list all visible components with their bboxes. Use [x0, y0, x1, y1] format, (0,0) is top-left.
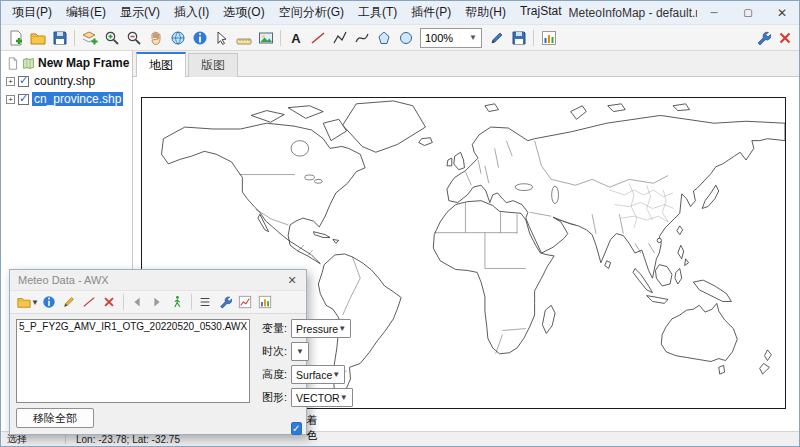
draw-polyline-icon[interactable] — [329, 27, 350, 48]
add-layer-icon[interactable] — [79, 27, 100, 48]
edit-pencil-icon[interactable] — [486, 27, 507, 48]
menu-item-tools[interactable]: 工具(T) — [351, 1, 404, 24]
colored-checkbox[interactable]: ✓ — [291, 422, 301, 435]
settings-wrench-icon[interactable] — [216, 293, 235, 312]
draw-line-red-icon[interactable] — [80, 293, 99, 312]
dialog-toolbar: ▼ — [10, 290, 306, 314]
data-file-listbox[interactable]: 5_P_FY2G_AMV_IR1_OTG_20220520_0530.AWX — [16, 319, 250, 403]
layer-label-cn-province[interactable]: cn_province.shp — [32, 92, 123, 106]
data-file-item[interactable]: 5_P_FY2G_AMV_IR1_OTG_20220520_0530.AWX — [19, 321, 247, 332]
time-field-row: 时次: ▼ — [257, 342, 300, 361]
select-icon[interactable] — [211, 27, 232, 48]
clear-data-icon[interactable] — [100, 293, 119, 312]
dialog-close-icon[interactable]: ✕ — [282, 274, 302, 287]
variable-value: Pressure — [296, 323, 338, 335]
menu-item-edit[interactable]: 编辑(E) — [59, 1, 113, 24]
draw-curve-icon[interactable] — [351, 27, 372, 48]
menu-item-insert[interactable]: 插入(I) — [167, 1, 216, 24]
graph-label: 图形: — [257, 390, 287, 405]
expander-icon[interactable]: + — [6, 95, 15, 104]
toolbar-separator — [123, 294, 124, 310]
colored-checkbox-label: 着色 — [307, 413, 318, 443]
toolbar-separator — [74, 30, 75, 46]
chevron-down-icon: ▼ — [332, 370, 340, 379]
chevron-down-icon[interactable]: ▼ — [31, 298, 39, 307]
toolbar-separator — [533, 30, 534, 46]
menu-item-project[interactable]: 项目(P) — [5, 1, 59, 24]
tab-layout[interactable]: 版图 — [188, 53, 238, 77]
menu-item-spatial-analysis[interactable]: 空间分析(G) — [272, 1, 351, 24]
label-text-icon[interactable] — [285, 27, 306, 48]
time-label: 时次: — [257, 344, 287, 359]
time-combobox[interactable]: ▼ — [291, 342, 309, 361]
zoom-in-icon[interactable] — [101, 27, 122, 48]
close-button[interactable]: ✕ — [765, 1, 799, 24]
tab-map[interactable]: 地图 — [136, 52, 186, 77]
level-value: Surface — [296, 369, 332, 381]
layer-label-country[interactable]: country.shp — [32, 74, 97, 88]
graph-combobox[interactable]: VECTOR ▼ — [291, 388, 353, 407]
chart-line-icon[interactable] — [236, 293, 255, 312]
layer-node-cn-province[interactable]: + cn_province.shp — [1, 90, 132, 108]
menu-item-trajstat[interactable]: TrajStat — [513, 1, 569, 24]
remove-all-button[interactable]: 移除全部 — [16, 408, 94, 428]
level-label: 高度: — [257, 367, 287, 382]
zoom-level-value: 100% — [425, 32, 453, 44]
pan-icon[interactable] — [145, 27, 166, 48]
menu-item-view[interactable]: 显示(V) — [113, 1, 167, 24]
full-extent-icon[interactable] — [167, 27, 188, 48]
dialog-form: 变量: Pressure ▼ 时次: ▼ 高度: Sur — [257, 319, 300, 428]
layer-checkbox[interactable] — [18, 94, 29, 105]
settings-wrench-icon[interactable] — [752, 27, 773, 48]
dialog-title: Meteo Data - AWX — [18, 274, 109, 286]
map-frame-label: New Map Frame — [38, 56, 129, 70]
dialog-left-column: 5_P_FY2G_AMV_IR1_OTG_20220520_0530.AWX 移… — [16, 319, 250, 428]
menu-item-help[interactable]: 帮助(H) — [458, 1, 513, 24]
app-window: 项目(P) 编辑(E) 显示(V) 插入(I) 选项(O) 空间分析(G) 工具… — [0, 0, 800, 447]
layer-checkbox[interactable] — [18, 76, 29, 87]
draw-circle-icon[interactable] — [395, 27, 416, 48]
minimize-button[interactable]: ─ — [697, 1, 731, 24]
open-project-icon[interactable] — [27, 27, 48, 48]
menu-bar: 项目(P) 编辑(E) 显示(V) 插入(I) 选项(O) 空间分析(G) 工具… — [5, 1, 569, 24]
expander-icon[interactable]: + — [6, 77, 15, 86]
zoom-out-icon[interactable] — [123, 27, 144, 48]
maximize-button[interactable]: ▢ — [731, 1, 765, 24]
page-icon — [6, 57, 19, 70]
layer-node-country[interactable]: + country.shp — [1, 72, 132, 90]
meteo-data-dialog: Meteo Data - AWX ✕ ▼ 5_P_FY2G_AMV_IR1_OT… — [9, 269, 307, 435]
measure-icon[interactable] — [233, 27, 254, 48]
graph-value: VECTOR — [296, 392, 340, 404]
data-list-icon[interactable] — [196, 293, 215, 312]
image-icon[interactable] — [255, 27, 276, 48]
animate-icon[interactable] — [168, 293, 187, 312]
graph-field-row: 图形: VECTOR ▼ — [257, 388, 300, 407]
window-controls: ─ ▢ ✕ — [697, 1, 799, 24]
draw-polygon-icon[interactable] — [373, 27, 394, 48]
zoom-level-combobox[interactable]: 100% ▼ — [420, 28, 482, 48]
identify-icon[interactable] — [189, 27, 210, 48]
dialog-title-bar[interactable]: Meteo Data - AWX ✕ — [10, 270, 306, 290]
previous-time-icon[interactable] — [128, 293, 147, 312]
status-coordinates: Lon: -23.78; Lat: -32.75 — [76, 434, 180, 445]
level-combobox[interactable]: Surface ▼ — [291, 365, 345, 384]
menu-item-plugins[interactable]: 插件(P) — [404, 1, 458, 24]
variable-label: 变量: — [257, 321, 287, 336]
draw-data-icon[interactable] — [60, 293, 79, 312]
chart-icon[interactable] — [538, 27, 559, 48]
new-project-icon[interactable] — [5, 27, 26, 48]
chevron-down-icon: ▼ — [469, 33, 477, 42]
level-field-row: 高度: Surface ▼ — [257, 365, 300, 384]
map-frame-node[interactable]: New Map Frame — [1, 54, 132, 72]
menu-item-options[interactable]: 选项(O) — [216, 1, 271, 24]
data-info-icon[interactable] — [40, 293, 59, 312]
next-time-icon[interactable] — [148, 293, 167, 312]
chart-bar-icon[interactable] — [256, 293, 275, 312]
clear-red-x-icon[interactable] — [774, 27, 795, 48]
draw-line-icon[interactable] — [307, 27, 328, 48]
save-project-icon[interactable] — [49, 27, 70, 48]
toolbar-separator — [280, 30, 281, 46]
chevron-down-icon: ▼ — [340, 393, 348, 402]
save-edits-icon[interactable] — [508, 27, 529, 48]
variable-combobox[interactable]: Pressure ▼ — [291, 319, 351, 338]
